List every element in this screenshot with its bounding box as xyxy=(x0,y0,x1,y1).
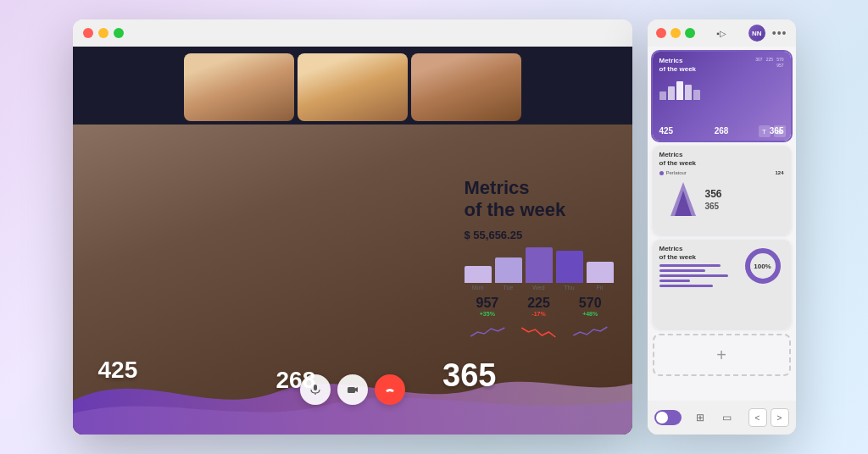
metrics-title: Metrics of the week xyxy=(465,177,614,222)
card1-content: Metrics of the week 307 225 570 957 xyxy=(653,52,791,105)
card2-content: Metrics of the week Perlatour 124 xyxy=(653,146,791,230)
sidebar-traffic-lights xyxy=(656,28,695,38)
card1-stat-2: 957 xyxy=(755,63,783,68)
user-avatar[interactable]: NN xyxy=(748,25,765,42)
card1-bar-3 xyxy=(676,81,683,100)
end-call-button[interactable] xyxy=(375,374,405,405)
sidebar-close-button[interactable] xyxy=(656,28,666,38)
card2-val2: 356 xyxy=(705,188,722,200)
metrics-panel: Metrics of the week $ 55,656.25 Mon Tue xyxy=(454,167,624,351)
participants-row xyxy=(73,47,632,125)
bar-label-thu: Thu xyxy=(564,285,574,291)
card1-bar-5 xyxy=(693,90,700,100)
stat-change-1: +35% xyxy=(465,311,511,317)
video-content: Metrics of the week $ 55,656.25 Mon Tue xyxy=(73,47,632,435)
card2-dot xyxy=(659,171,664,175)
card2-val1: 124 xyxy=(775,170,783,175)
card1-actions: T ⊞ xyxy=(759,125,786,137)
bar-chart: Mon Tue Wed Thu xyxy=(465,248,614,291)
card1-stat-1: 307 225 570 xyxy=(755,57,783,62)
bar-label-tue: Tue xyxy=(504,285,514,291)
slide-card-1-inner: Metrics of the week 307 225 570 957 xyxy=(653,52,791,141)
card3-line-1 xyxy=(659,264,721,267)
sidebar-icons-right: NN ••• xyxy=(748,25,787,42)
slide-card-1[interactable]: Metrics of the week 307 225 570 957 xyxy=(653,52,791,141)
sparklines-row xyxy=(465,324,614,340)
sidebar-minimize-button[interactable] xyxy=(670,28,681,38)
sidebar-footer: ⊞ ▭ < > xyxy=(648,401,796,435)
nav-prev-button[interactable]: < xyxy=(748,408,767,427)
sidebar-panel: ▪▷ NN ••• Metrics of the week xyxy=(648,19,796,435)
bar-label-mon: Mon xyxy=(472,285,484,291)
slide-card-2-inner: Metrics of the week Perlatour 124 xyxy=(653,146,791,235)
slide-card-3[interactable]: Metrics of the week xyxy=(653,240,791,329)
stat-change-2: -17% xyxy=(515,311,562,317)
sparkline-3 xyxy=(567,324,614,340)
bar-thu: Thu xyxy=(556,251,583,291)
more-menu-button[interactable]: ••• xyxy=(772,26,787,40)
participant-face-2 xyxy=(298,53,408,121)
camera-button[interactable] xyxy=(337,374,368,405)
stat-value-1: 957 xyxy=(465,296,511,311)
stat-value-3: 570 xyxy=(567,296,614,311)
stats-row: 957 +35% 225 -17% 570 +48% xyxy=(465,296,614,317)
close-button[interactable] xyxy=(83,28,93,38)
card1-num-268: 268 xyxy=(715,126,729,136)
metrics-amount: $ 55,656.25 xyxy=(465,229,614,241)
card1-text-icon[interactable]: T xyxy=(759,125,771,137)
image-icon-button[interactable]: ⊞ xyxy=(692,409,709,426)
bar-label-fri: Fri xyxy=(596,285,603,291)
monitor-icon-button[interactable]: ▭ xyxy=(719,409,736,426)
slide-card-2[interactable]: Metrics of the week Perlatour 124 xyxy=(653,146,791,235)
bar-fri: Fri xyxy=(587,262,614,291)
stat-570: 570 +48% xyxy=(567,296,614,317)
control-bar xyxy=(300,374,405,405)
card3-lines xyxy=(659,264,737,287)
svg-marker-3 xyxy=(355,387,358,392)
card3-line-4 xyxy=(659,280,690,282)
card2-dot-row: Perlatour 124 xyxy=(659,170,784,175)
maximize-button[interactable] xyxy=(114,28,124,38)
card2-chart-area: 356 365 xyxy=(659,178,784,225)
sidebar-maximize-button[interactable] xyxy=(685,28,695,38)
minimize-button[interactable] xyxy=(98,28,108,38)
participant-face-3 xyxy=(411,53,521,121)
card3-line-2 xyxy=(659,269,706,272)
sidebar-camera-icon: ▪▷ xyxy=(716,29,726,38)
participant-thumb-1[interactable] xyxy=(184,53,294,121)
toggle-switch[interactable] xyxy=(654,410,682,425)
footer-nav: < > xyxy=(748,408,789,427)
card1-image-icon[interactable]: ⊞ xyxy=(774,125,786,137)
participant-thumb-3[interactable] xyxy=(411,53,521,121)
card1-mini-bars xyxy=(659,76,784,100)
participant-thumb-2[interactable] xyxy=(298,53,408,121)
card3-donut-label: 100% xyxy=(743,246,783,286)
svg-rect-2 xyxy=(348,387,355,393)
card2-val3: 365 xyxy=(705,202,722,211)
bar-tue: Tue xyxy=(495,257,522,291)
card2-vals: 356 365 xyxy=(705,188,722,211)
microphone-icon xyxy=(309,384,321,396)
window-titlebar xyxy=(73,19,632,47)
stat-change-3: +48% xyxy=(567,311,614,317)
card2-chart-svg xyxy=(666,178,700,220)
number-425: 425 xyxy=(98,357,138,384)
microphone-button[interactable] xyxy=(300,374,331,405)
card3-line-3 xyxy=(659,274,729,277)
sidebar-titlebar: ▪▷ NN ••• xyxy=(648,19,796,47)
card3-left: Metrics of the week xyxy=(659,245,737,287)
nav-next-button[interactable]: > xyxy=(771,408,789,427)
svg-rect-0 xyxy=(314,385,317,390)
card2-title: Metrics of the week xyxy=(659,151,784,167)
add-slide-button[interactable]: + xyxy=(653,334,791,376)
sidebar-header-icons: ▪▷ xyxy=(716,29,726,38)
card2-dot-label: Perlatour xyxy=(666,170,687,175)
sparkline-1 xyxy=(465,324,511,340)
card1-bar-2 xyxy=(668,86,675,100)
end-call-icon xyxy=(384,384,396,396)
participant-face-1 xyxy=(184,53,294,121)
card1-mini-stats: 307 225 570 957 xyxy=(755,57,783,68)
sparkline-2 xyxy=(515,324,562,340)
bar-mon: Mon xyxy=(465,266,492,291)
main-video: Metrics of the week $ 55,656.25 Mon Tue xyxy=(73,125,632,435)
